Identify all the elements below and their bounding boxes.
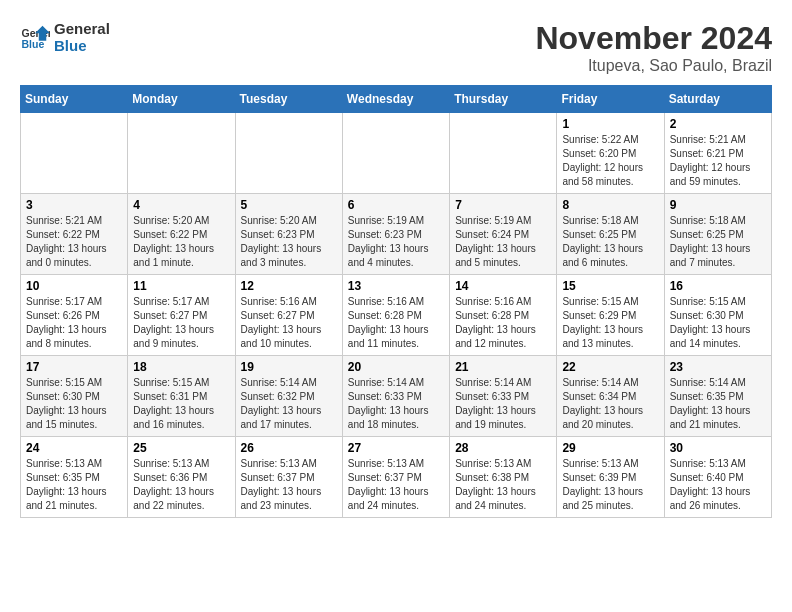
calendar-cell: 8Sunrise: 5:18 AM Sunset: 6:25 PM Daylig…	[557, 194, 664, 275]
logo-icon: General Blue	[20, 22, 50, 52]
day-number: 23	[670, 360, 766, 374]
calendar-header-row: SundayMondayTuesdayWednesdayThursdayFrid…	[21, 86, 772, 113]
day-info: Sunrise: 5:16 AM Sunset: 6:28 PM Dayligh…	[455, 295, 551, 351]
day-number: 9	[670, 198, 766, 212]
calendar-table: SundayMondayTuesdayWednesdayThursdayFrid…	[20, 85, 772, 518]
day-header-thursday: Thursday	[450, 86, 557, 113]
calendar-cell: 13Sunrise: 5:16 AM Sunset: 6:28 PM Dayli…	[342, 275, 449, 356]
calendar-cell	[21, 113, 128, 194]
calendar-cell	[450, 113, 557, 194]
day-number: 28	[455, 441, 551, 455]
day-header-sunday: Sunday	[21, 86, 128, 113]
day-info: Sunrise: 5:13 AM Sunset: 6:37 PM Dayligh…	[241, 457, 337, 513]
calendar-cell: 7Sunrise: 5:19 AM Sunset: 6:24 PM Daylig…	[450, 194, 557, 275]
day-number: 26	[241, 441, 337, 455]
calendar-cell: 18Sunrise: 5:15 AM Sunset: 6:31 PM Dayli…	[128, 356, 235, 437]
day-header-saturday: Saturday	[664, 86, 771, 113]
calendar-cell: 23Sunrise: 5:14 AM Sunset: 6:35 PM Dayli…	[664, 356, 771, 437]
calendar-cell: 14Sunrise: 5:16 AM Sunset: 6:28 PM Dayli…	[450, 275, 557, 356]
day-header-friday: Friday	[557, 86, 664, 113]
day-info: Sunrise: 5:17 AM Sunset: 6:27 PM Dayligh…	[133, 295, 229, 351]
day-info: Sunrise: 5:14 AM Sunset: 6:34 PM Dayligh…	[562, 376, 658, 432]
day-number: 13	[348, 279, 444, 293]
day-info: Sunrise: 5:22 AM Sunset: 6:20 PM Dayligh…	[562, 133, 658, 189]
day-info: Sunrise: 5:14 AM Sunset: 6:33 PM Dayligh…	[348, 376, 444, 432]
day-number: 27	[348, 441, 444, 455]
calendar-week-0: 1Sunrise: 5:22 AM Sunset: 6:20 PM Daylig…	[21, 113, 772, 194]
calendar-cell: 29Sunrise: 5:13 AM Sunset: 6:39 PM Dayli…	[557, 437, 664, 518]
day-info: Sunrise: 5:15 AM Sunset: 6:30 PM Dayligh…	[26, 376, 122, 432]
calendar-cell: 30Sunrise: 5:13 AM Sunset: 6:40 PM Dayli…	[664, 437, 771, 518]
calendar-cell: 22Sunrise: 5:14 AM Sunset: 6:34 PM Dayli…	[557, 356, 664, 437]
calendar-cell: 28Sunrise: 5:13 AM Sunset: 6:38 PM Dayli…	[450, 437, 557, 518]
day-info: Sunrise: 5:13 AM Sunset: 6:39 PM Dayligh…	[562, 457, 658, 513]
calendar-cell: 15Sunrise: 5:15 AM Sunset: 6:29 PM Dayli…	[557, 275, 664, 356]
calendar-cell: 20Sunrise: 5:14 AM Sunset: 6:33 PM Dayli…	[342, 356, 449, 437]
calendar-week-2: 10Sunrise: 5:17 AM Sunset: 6:26 PM Dayli…	[21, 275, 772, 356]
day-number: 4	[133, 198, 229, 212]
day-info: Sunrise: 5:21 AM Sunset: 6:22 PM Dayligh…	[26, 214, 122, 270]
calendar-cell: 16Sunrise: 5:15 AM Sunset: 6:30 PM Dayli…	[664, 275, 771, 356]
day-number: 3	[26, 198, 122, 212]
calendar-cell	[235, 113, 342, 194]
day-number: 22	[562, 360, 658, 374]
day-info: Sunrise: 5:14 AM Sunset: 6:33 PM Dayligh…	[455, 376, 551, 432]
day-info: Sunrise: 5:17 AM Sunset: 6:26 PM Dayligh…	[26, 295, 122, 351]
logo-line1: General	[54, 20, 110, 37]
day-number: 24	[26, 441, 122, 455]
logo: General Blue General Blue	[20, 20, 110, 54]
calendar-cell: 24Sunrise: 5:13 AM Sunset: 6:35 PM Dayli…	[21, 437, 128, 518]
day-info: Sunrise: 5:13 AM Sunset: 6:35 PM Dayligh…	[26, 457, 122, 513]
calendar-cell: 27Sunrise: 5:13 AM Sunset: 6:37 PM Dayli…	[342, 437, 449, 518]
day-header-monday: Monday	[128, 86, 235, 113]
day-number: 10	[26, 279, 122, 293]
day-number: 6	[348, 198, 444, 212]
day-info: Sunrise: 5:15 AM Sunset: 6:30 PM Dayligh…	[670, 295, 766, 351]
calendar-title: November 2024	[535, 20, 772, 57]
calendar-cell	[342, 113, 449, 194]
calendar-cell: 3Sunrise: 5:21 AM Sunset: 6:22 PM Daylig…	[21, 194, 128, 275]
day-info: Sunrise: 5:16 AM Sunset: 6:27 PM Dayligh…	[241, 295, 337, 351]
day-info: Sunrise: 5:19 AM Sunset: 6:24 PM Dayligh…	[455, 214, 551, 270]
day-number: 18	[133, 360, 229, 374]
calendar-cell: 10Sunrise: 5:17 AM Sunset: 6:26 PM Dayli…	[21, 275, 128, 356]
day-info: Sunrise: 5:19 AM Sunset: 6:23 PM Dayligh…	[348, 214, 444, 270]
day-number: 5	[241, 198, 337, 212]
day-info: Sunrise: 5:16 AM Sunset: 6:28 PM Dayligh…	[348, 295, 444, 351]
day-number: 8	[562, 198, 658, 212]
day-info: Sunrise: 5:14 AM Sunset: 6:32 PM Dayligh…	[241, 376, 337, 432]
calendar-cell: 17Sunrise: 5:15 AM Sunset: 6:30 PM Dayli…	[21, 356, 128, 437]
day-info: Sunrise: 5:13 AM Sunset: 6:38 PM Dayligh…	[455, 457, 551, 513]
day-info: Sunrise: 5:14 AM Sunset: 6:35 PM Dayligh…	[670, 376, 766, 432]
day-info: Sunrise: 5:18 AM Sunset: 6:25 PM Dayligh…	[562, 214, 658, 270]
day-number: 21	[455, 360, 551, 374]
calendar-cell: 12Sunrise: 5:16 AM Sunset: 6:27 PM Dayli…	[235, 275, 342, 356]
day-number: 25	[133, 441, 229, 455]
day-info: Sunrise: 5:15 AM Sunset: 6:29 PM Dayligh…	[562, 295, 658, 351]
calendar-week-1: 3Sunrise: 5:21 AM Sunset: 6:22 PM Daylig…	[21, 194, 772, 275]
day-number: 20	[348, 360, 444, 374]
day-info: Sunrise: 5:13 AM Sunset: 6:37 PM Dayligh…	[348, 457, 444, 513]
day-number: 14	[455, 279, 551, 293]
calendar-cell: 9Sunrise: 5:18 AM Sunset: 6:25 PM Daylig…	[664, 194, 771, 275]
day-number: 30	[670, 441, 766, 455]
day-info: Sunrise: 5:20 AM Sunset: 6:23 PM Dayligh…	[241, 214, 337, 270]
calendar-cell	[128, 113, 235, 194]
day-number: 12	[241, 279, 337, 293]
calendar-week-4: 24Sunrise: 5:13 AM Sunset: 6:35 PM Dayli…	[21, 437, 772, 518]
day-header-wednesday: Wednesday	[342, 86, 449, 113]
calendar-subtitle: Itupeva, Sao Paulo, Brazil	[535, 57, 772, 75]
day-info: Sunrise: 5:21 AM Sunset: 6:21 PM Dayligh…	[670, 133, 766, 189]
day-info: Sunrise: 5:13 AM Sunset: 6:40 PM Dayligh…	[670, 457, 766, 513]
day-number: 2	[670, 117, 766, 131]
day-header-tuesday: Tuesday	[235, 86, 342, 113]
day-info: Sunrise: 5:15 AM Sunset: 6:31 PM Dayligh…	[133, 376, 229, 432]
calendar-cell: 11Sunrise: 5:17 AM Sunset: 6:27 PM Dayli…	[128, 275, 235, 356]
day-number: 16	[670, 279, 766, 293]
calendar-cell: 19Sunrise: 5:14 AM Sunset: 6:32 PM Dayli…	[235, 356, 342, 437]
day-number: 19	[241, 360, 337, 374]
day-number: 29	[562, 441, 658, 455]
calendar-cell: 25Sunrise: 5:13 AM Sunset: 6:36 PM Dayli…	[128, 437, 235, 518]
day-info: Sunrise: 5:18 AM Sunset: 6:25 PM Dayligh…	[670, 214, 766, 270]
calendar-week-3: 17Sunrise: 5:15 AM Sunset: 6:30 PM Dayli…	[21, 356, 772, 437]
